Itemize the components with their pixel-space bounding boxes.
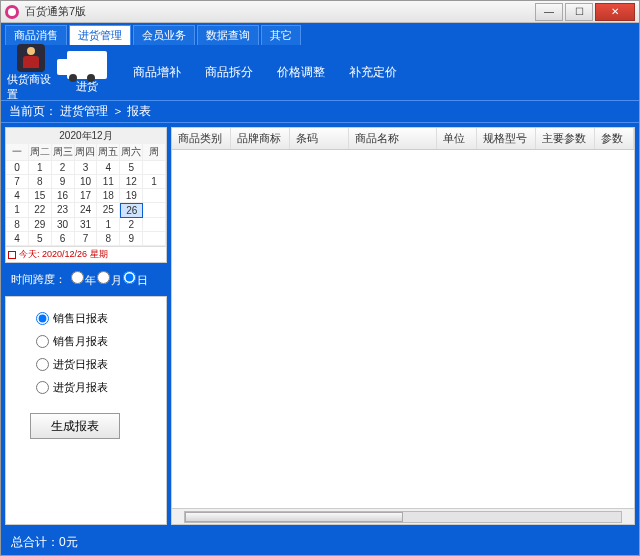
column-header[interactable]: 品牌商标 — [231, 128, 290, 149]
calendar-cell[interactable]: 7 — [6, 175, 29, 189]
maximize-button[interactable]: ☐ — [565, 3, 593, 21]
timespan-年[interactable]: 年 — [70, 274, 96, 286]
grid-body[interactable] — [172, 150, 634, 508]
calendar-cell[interactable]: 24 — [75, 203, 98, 218]
report-options: 销售日报表销售月报表进货日报表进货月报表 生成报表 — [5, 296, 167, 525]
calendar-cell[interactable]: 23 — [52, 203, 75, 218]
calendar-cell[interactable]: 5 — [120, 161, 143, 175]
calendar-cell[interactable]: 10 — [75, 175, 98, 189]
calendar-cell[interactable]: 9 — [52, 175, 75, 189]
calendar-cell[interactable]: 2 — [120, 218, 143, 232]
calendar-cell[interactable]: 4 — [6, 232, 29, 246]
timespan-月[interactable]: 月 — [96, 274, 122, 286]
truck-icon — [67, 51, 107, 79]
tab-0[interactable]: 商品消售 — [5, 25, 67, 45]
calendar-cell[interactable]: 1 — [29, 161, 52, 175]
close-button[interactable]: ✕ — [595, 3, 635, 21]
column-header[interactable]: 规格型号 — [477, 128, 536, 149]
report-option-1[interactable]: 销售月报表 — [36, 334, 150, 349]
stockin-button[interactable]: 进货 — [63, 51, 111, 94]
toolbar-item-2[interactable]: 价格调整 — [271, 60, 331, 85]
calendar-cell[interactable]: 6 — [52, 232, 75, 246]
calendar-cell[interactable] — [143, 161, 166, 175]
person-icon — [17, 44, 45, 72]
calendar-cell[interactable]: 1 — [6, 203, 29, 218]
column-header[interactable]: 单位 — [437, 128, 476, 149]
main-tabs: 商品消售进货管理会员业务数据查询其它 — [1, 23, 639, 45]
report-option-2[interactable]: 进货日报表 — [36, 357, 150, 372]
calendar-cell[interactable]: 16 — [52, 189, 75, 203]
breadcrumb-path2: 报表 — [127, 104, 151, 118]
calendar-cell[interactable] — [143, 232, 166, 246]
calendar-cell[interactable]: 15 — [29, 189, 52, 203]
supplier-settings-button[interactable]: 供货商设置 — [7, 44, 55, 102]
calendar-cell[interactable] — [143, 203, 166, 218]
status-bar: 总合计： 0元 — [1, 529, 639, 555]
column-header[interactable]: 商品名称 — [349, 128, 437, 149]
calendar-cell[interactable]: 25 — [97, 203, 120, 218]
calendar-cell[interactable]: 19 — [120, 189, 143, 203]
tab-3[interactable]: 数据查询 — [197, 25, 259, 45]
minimize-button[interactable]: — — [535, 3, 563, 21]
calendar-cell[interactable]: 8 — [97, 232, 120, 246]
report-option-3[interactable]: 进货月报表 — [36, 380, 150, 395]
calendar-cell[interactable]: 4 — [97, 161, 120, 175]
titlebar: 百货通第7版 — ☐ ✕ — [1, 1, 639, 23]
column-header[interactable]: 条码 — [290, 128, 349, 149]
calendar[interactable]: 2020年12月 一周二周三周四周五周六周0123457891011121415… — [5, 127, 167, 263]
toolbar-item-3[interactable]: 补充定价 — [343, 60, 403, 85]
generate-report-button[interactable]: 生成报表 — [30, 413, 120, 439]
calendar-cell[interactable]: 31 — [75, 218, 98, 232]
data-grid: 商品类别品牌商标条码商品名称单位规格型号主要参数参数 — [171, 127, 635, 525]
calendar-cell[interactable]: 29 — [29, 218, 52, 232]
stockin-label: 进货 — [76, 79, 98, 94]
calendar-cell[interactable]: 22 — [29, 203, 52, 218]
timespan-selector: 时间跨度： 年月日 — [5, 267, 167, 292]
toolbar-item-1[interactable]: 商品拆分 — [199, 60, 259, 85]
calendar-cell[interactable]: 7 — [75, 232, 98, 246]
app-icon — [5, 5, 19, 19]
calendar-cell[interactable]: 12 — [120, 175, 143, 189]
calendar-cell[interactable]: 26 — [120, 203, 143, 218]
toolbar: 供货商设置 进货 商品增补商品拆分价格调整补充定价 — [1, 45, 639, 101]
calendar-cell[interactable]: 17 — [75, 189, 98, 203]
report-option-0[interactable]: 销售日报表 — [36, 311, 150, 326]
calendar-cell[interactable]: 8 — [29, 175, 52, 189]
calendar-cell[interactable]: 4 — [6, 189, 29, 203]
tab-2[interactable]: 会员业务 — [133, 25, 195, 45]
breadcrumb-path1[interactable]: 进货管理 — [60, 104, 108, 118]
supplier-label: 供货商设置 — [7, 72, 55, 102]
calendar-cell[interactable] — [143, 218, 166, 232]
calendar-cell[interactable]: 1 — [143, 175, 166, 189]
tab-1[interactable]: 进货管理 — [69, 25, 131, 45]
calendar-cell[interactable]: 9 — [120, 232, 143, 246]
toolbar-item-0[interactable]: 商品增补 — [127, 60, 187, 85]
calendar-cell[interactable]: 30 — [52, 218, 75, 232]
calendar-cell[interactable]: 11 — [97, 175, 120, 189]
calendar-cell[interactable] — [143, 189, 166, 203]
column-header[interactable]: 参数 — [595, 128, 634, 149]
calendar-cell[interactable]: 5 — [29, 232, 52, 246]
calendar-today-link[interactable]: 今天: 2020/12/26 星期 — [6, 246, 166, 262]
breadcrumb: 当前页： 进货管理 ＞ 报表 — [1, 101, 639, 123]
horizontal-scrollbar[interactable] — [172, 508, 634, 524]
timespan-日[interactable]: 日 — [122, 274, 148, 286]
calendar-cell[interactable]: 8 — [6, 218, 29, 232]
calendar-title: 2020年12月 — [6, 128, 166, 144]
calendar-cell[interactable]: 1 — [97, 218, 120, 232]
column-header[interactable]: 主要参数 — [536, 128, 595, 149]
calendar-cell[interactable]: 2 — [52, 161, 75, 175]
tab-4[interactable]: 其它 — [261, 25, 301, 45]
calendar-cell[interactable]: 3 — [75, 161, 98, 175]
calendar-cell[interactable]: 0 — [6, 161, 29, 175]
total-value: 0元 — [59, 534, 78, 551]
calendar-cell[interactable]: 18 — [97, 189, 120, 203]
window-title: 百货通第7版 — [25, 4, 533, 19]
column-header[interactable]: 商品类别 — [172, 128, 231, 149]
